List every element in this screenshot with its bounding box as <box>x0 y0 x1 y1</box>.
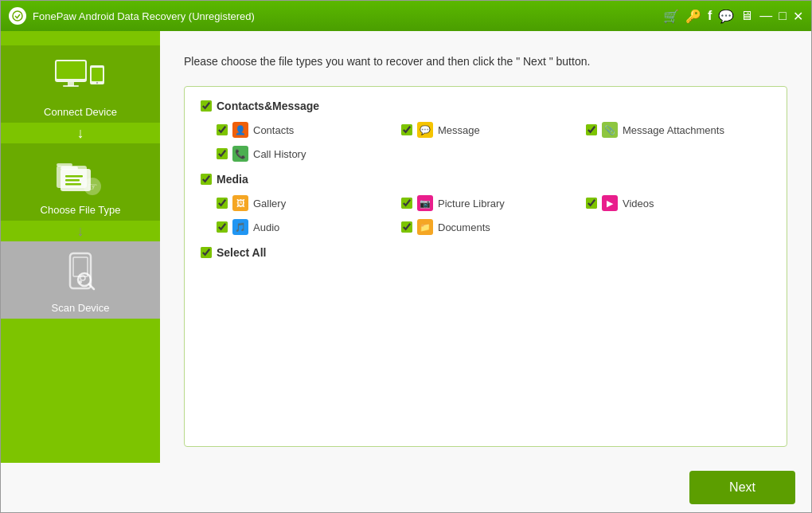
documents-label: Documents <box>438 221 490 233</box>
category-contacts-message: Contacts&Message <box>201 100 771 112</box>
list-item: 🎵 Audio <box>217 219 401 235</box>
select-all-label: Select All <box>217 246 267 259</box>
app-title: FonePaw Android Data Recovery (Unregiste… <box>33 10 663 22</box>
gallery-checkbox[interactable] <box>217 198 228 209</box>
sidebar-step-scan: Scan Device <box>1 241 160 319</box>
key-icon[interactable]: 🔑 <box>685 9 701 24</box>
svg-rect-13 <box>65 179 80 182</box>
chat-icon[interactable]: 💬 <box>718 9 734 24</box>
message-att-icon: 📎 <box>602 122 618 138</box>
media-label: Media <box>217 173 248 186</box>
next-button[interactable]: Next <box>689 471 795 504</box>
sidebar-step-choose: ☞ Choose File Type <box>1 143 160 221</box>
connect-device-label: Connect Device <box>44 106 117 118</box>
list-item: 📞 Call History <box>217 146 401 162</box>
call-icon: 📞 <box>232 146 248 162</box>
app-window: FonePaw Android Data Recovery (Unregiste… <box>0 0 812 513</box>
picture-library-label: Picture Library <box>438 198 505 210</box>
audio-label: Audio <box>253 221 279 233</box>
choose-file-icon: ☞ <box>49 151 112 199</box>
call-history-checkbox[interactable] <box>217 148 228 159</box>
picture-library-checkbox[interactable] <box>401 198 412 209</box>
main-layout: Connect Device ↓ <box>1 31 811 463</box>
audio-icon: 🎵 <box>232 219 248 235</box>
documents-icon: 📁 <box>417 219 433 235</box>
choose-file-label: Choose File Type <box>41 204 121 216</box>
svg-point-7 <box>96 81 98 83</box>
contacts-label: Contacts <box>253 124 294 136</box>
scan-device-icon <box>49 249 112 297</box>
list-item: 📷 Picture Library <box>401 195 586 211</box>
svg-rect-14 <box>65 183 81 186</box>
media-grid: 🖼 Gallery 📷 Picture Library ▶ Videos <box>201 195 771 235</box>
bottom-bar: Next <box>1 463 811 512</box>
list-item: ▶ Videos <box>586 195 771 211</box>
svg-rect-2 <box>57 61 85 79</box>
title-bar: FonePaw Android Data Recovery (Unregiste… <box>1 1 811 31</box>
window-controls: 🛒 🔑 f 💬 🖥 — □ ✕ <box>663 9 803 24</box>
instruction-text: Please choose the file types you want to… <box>184 53 787 70</box>
svg-text:☞: ☞ <box>88 180 98 193</box>
list-item: 📁 Documents <box>401 219 586 235</box>
media-checkbox[interactable] <box>201 174 212 185</box>
gallery-icon: 🖼 <box>232 195 248 211</box>
contacts-checkbox[interactable] <box>217 124 228 135</box>
gallery-label: Gallery <box>253 198 286 210</box>
list-item: 👤 Contacts <box>217 122 401 138</box>
maximize-button[interactable]: □ <box>779 9 787 23</box>
message-checkbox[interactable] <box>401 124 412 135</box>
call-history-label: Call History <box>253 148 306 160</box>
select-all-row: Select All <box>201 246 771 259</box>
sidebar-step-connect: Connect Device <box>1 45 160 123</box>
connect-device-icon <box>49 53 112 101</box>
cart-icon[interactable]: 🛒 <box>663 9 679 24</box>
svg-rect-9 <box>57 163 72 166</box>
audio-checkbox[interactable] <box>217 221 228 233</box>
svg-rect-12 <box>65 175 83 178</box>
message-label: Message <box>438 124 480 136</box>
close-button[interactable]: ✕ <box>793 9 803 24</box>
picture-library-icon: 📷 <box>417 195 433 211</box>
arrow-1: ↓ <box>77 126 84 140</box>
select-all-checkbox[interactable] <box>201 247 212 258</box>
contacts-message-grid: 👤 Contacts 💬 Message 📎 Message Attachmen… <box>201 122 771 162</box>
category-media: Media <box>201 173 771 186</box>
facebook-icon[interactable]: f <box>708 9 712 23</box>
scan-device-label: Scan Device <box>52 302 110 314</box>
message-att-label: Message Attachments <box>623 124 724 136</box>
svg-rect-6 <box>92 68 103 81</box>
list-item: 📎 Message Attachments <box>586 122 771 138</box>
message-icon: 💬 <box>417 122 433 138</box>
svg-rect-4 <box>63 85 79 87</box>
videos-checkbox[interactable] <box>586 198 597 209</box>
app-logo <box>9 7 26 25</box>
videos-icon: ▶ <box>602 195 618 211</box>
contacts-message-checkbox[interactable] <box>201 100 212 112</box>
svg-point-0 <box>13 11 22 21</box>
contacts-message-label: Contacts&Message <box>217 100 319 112</box>
content-area: Please choose the file types you want to… <box>160 31 811 463</box>
videos-label: Videos <box>623 198 654 210</box>
monitor-icon[interactable]: 🖥 <box>740 9 753 23</box>
list-item: 💬 Message <box>401 122 586 138</box>
sidebar: Connect Device ↓ <box>1 31 160 463</box>
message-att-checkbox[interactable] <box>586 124 597 135</box>
contacts-icon: 👤 <box>232 122 248 138</box>
minimize-button[interactable]: — <box>759 9 772 23</box>
list-item: 🖼 Gallery <box>217 195 401 211</box>
file-type-box: Contacts&Message 👤 Contacts 💬 Message <box>184 86 787 447</box>
svg-rect-11 <box>61 166 78 170</box>
arrow-2: ↓ <box>77 224 84 238</box>
documents-checkbox[interactable] <box>401 221 412 233</box>
